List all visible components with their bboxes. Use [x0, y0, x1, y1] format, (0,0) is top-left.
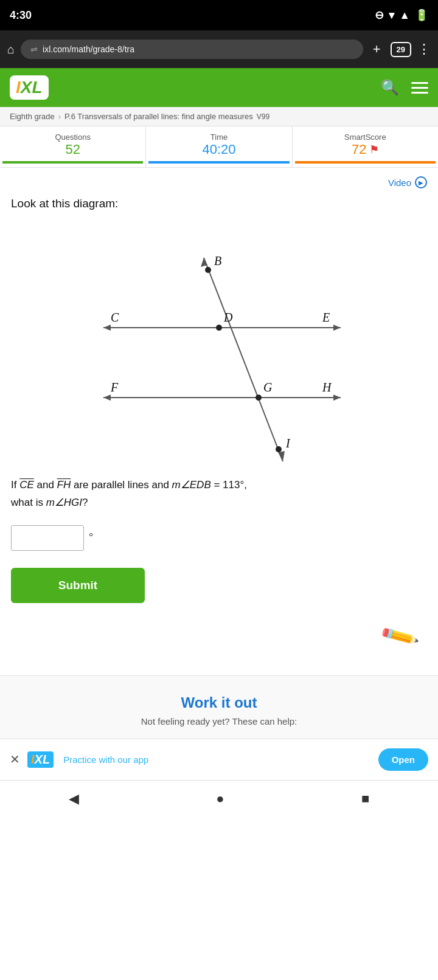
breadcrumb: Eighth grade › P.6 Transversals of paral… [0, 107, 438, 126]
svg-marker-4 [103, 395, 111, 401]
time-stat: Time 40:20 [146, 126, 292, 167]
time-value: 40:20 [148, 142, 289, 157]
back-nav-button[interactable]: ◀ [69, 791, 79, 807]
problem-middle2: are parallel lines and m∠EDB = 113°, [71, 479, 247, 491]
line-CE: CE [19, 479, 34, 491]
problem-middle1: and [34, 479, 57, 491]
battery-icon: 🔋 [415, 9, 428, 22]
smartscore-value: 72 ⚑ [295, 142, 436, 157]
angle-HGI: m∠HGI [46, 497, 82, 508]
svg-point-9 [216, 325, 222, 331]
questions-bar [2, 161, 143, 164]
work-it-out-subtitle: Not feeling ready yet? These can help: [11, 716, 427, 726]
svg-point-10 [255, 395, 262, 401]
pencil-icon: ✏️ [378, 615, 420, 657]
recent-nav-button[interactable]: ■ [361, 791, 369, 807]
new-tab-button[interactable]: + [369, 41, 384, 57]
menu-icon[interactable] [411, 82, 428, 94]
submit-button[interactable]: Submit [11, 568, 145, 603]
svg-marker-1 [103, 325, 111, 331]
label-E: E [322, 311, 330, 324]
label-G: G [263, 381, 273, 394]
time-display: 4:30 [10, 9, 32, 22]
browser-home-button[interactable]: ⌂ [7, 43, 15, 57]
home-nav-button[interactable]: ● [216, 791, 224, 807]
degree-symbol: ° [89, 531, 93, 544]
search-icon[interactable]: 🔍 [381, 79, 399, 96]
do-not-disturb-icon: ⊖ [375, 9, 384, 22]
video-link[interactable]: Video ▶ [11, 176, 427, 188]
banner-text: Practice with our app [63, 754, 371, 765]
answer-input[interactable] [11, 525, 84, 551]
url-text: ixl.com/math/grade-8/tra [43, 44, 134, 54]
time-bar [148, 161, 289, 164]
answer-row: ° [11, 525, 427, 551]
svg-point-12 [276, 446, 282, 452]
work-it-out-section: Work it out Not feeling ready yet? These… [0, 675, 438, 739]
ixl-logo[interactable]: I XL [10, 75, 49, 100]
label-F: F [110, 381, 119, 394]
breadcrumb-grade[interactable]: Eighth grade [10, 112, 55, 121]
time-label: Time [148, 133, 289, 142]
banner-ixl-logo: I XL [27, 751, 56, 768]
status-icons: ⊖ ▾ ▲ 🔋 [375, 9, 428, 22]
smartscore-label: SmartScore [295, 133, 436, 142]
questions-value: 52 [2, 142, 143, 157]
wifi-icon: ▾ [389, 9, 394, 22]
line-FH: FH [57, 479, 71, 491]
video-text: Video [388, 178, 411, 188]
breadcrumb-chevron-icon: › [58, 112, 61, 121]
problem-prefix: If [11, 479, 19, 491]
breadcrumb-lesson[interactable]: P.6 Transversals of parallel lines: find… [64, 112, 253, 121]
signal-icon: ▲ [399, 9, 410, 22]
logo-i: I [16, 78, 21, 97]
svg-marker-5 [333, 395, 341, 401]
address-bar[interactable]: ⇌ ixl.com/math/grade-8/tra [21, 40, 363, 59]
status-bar: 4:30 ⊖ ▾ ▲ 🔋 [0, 0, 438, 30]
play-icon: ▶ [415, 176, 427, 188]
address-icon: ⇌ [30, 44, 38, 54]
pencil-fab[interactable]: ✏️ [11, 621, 415, 651]
smartscore-bar [295, 161, 436, 164]
diagram-container: B C D E F G H I [11, 221, 427, 464]
banner-close-button[interactable]: ✕ [10, 752, 20, 767]
questions-label: Questions [2, 133, 143, 142]
browser-chrome: ⌂ ⇌ ixl.com/math/grade-8/tra + 29 ⋮ [0, 30, 438, 68]
content-area: Video ▶ Look at this diagram: [0, 168, 438, 675]
label-B: B [214, 254, 221, 267]
label-D: D [223, 311, 233, 324]
angle-EDB: m∠EDB [172, 479, 211, 491]
geometry-diagram: B C D E F G H I [73, 221, 365, 464]
stats-bar: Questions 52 Time 40:20 SmartScore 72 ⚑ [0, 126, 438, 168]
header-icons: 🔍 [381, 79, 428, 96]
app-banner: ✕ I XL Practice with our app Open [0, 739, 438, 780]
score-flag-icon: ⚑ [369, 143, 379, 156]
more-options-button[interactable]: ⋮ [417, 41, 431, 57]
question-prompt: Look at this diagram: [11, 197, 427, 210]
questions-stat: Questions 52 [0, 126, 146, 167]
svg-point-11 [205, 267, 211, 273]
problem-line3: what is m∠HGI? [11, 497, 88, 508]
tabs-button[interactable]: 29 [391, 42, 411, 57]
breadcrumb-code: V99 [257, 112, 269, 121]
label-H: H [322, 381, 332, 394]
svg-line-6 [204, 258, 283, 461]
problem-text: If CE and FH are parallel lines and m∠ED… [11, 477, 427, 512]
label-C: C [111, 311, 119, 324]
work-it-out-title: Work it out [11, 694, 427, 711]
svg-marker-8 [278, 451, 285, 461]
nav-bar: ◀ ● ■ [0, 780, 438, 818]
svg-marker-2 [333, 325, 341, 331]
smartscore-stat: SmartScore 72 ⚑ [293, 126, 438, 167]
label-I: I [285, 437, 291, 450]
ixl-header: I XL 🔍 [0, 68, 438, 107]
logo-xl: XL [21, 78, 43, 97]
open-app-button[interactable]: Open [378, 748, 428, 771]
